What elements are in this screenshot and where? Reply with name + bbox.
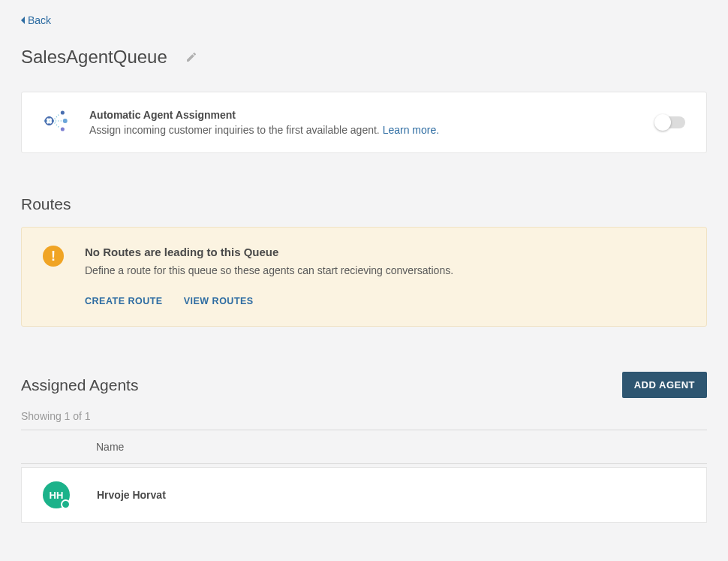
title-row: SalesAgentQueue	[21, 47, 707, 68]
assigned-agents-heading: Assigned Agents	[21, 376, 138, 394]
chevron-left-icon	[21, 17, 25, 24]
auto-assignment-subtitle: Assign incoming customer inquiries to th…	[89, 124, 655, 136]
add-agent-button[interactable]: ADD AGENT	[622, 372, 707, 398]
learn-more-link[interactable]: Learn more.	[383, 124, 439, 136]
page-title: SalesAgentQueue	[21, 47, 167, 68]
edit-icon[interactable]	[185, 51, 197, 63]
view-routes-link[interactable]: VIEW ROUTES	[184, 296, 254, 306]
warning-icon: !	[43, 246, 64, 267]
routes-warning-title: No Routes are leading to this Queue	[85, 246, 453, 258]
avatar: HH	[43, 481, 70, 508]
auto-assignment-icon	[43, 110, 68, 135]
agent-name: Hrvoje Horvat	[97, 489, 166, 501]
back-link[interactable]: Back	[21, 14, 51, 26]
svg-point-0	[61, 110, 65, 114]
svg-rect-4	[45, 119, 47, 122]
svg-rect-7	[48, 123, 50, 125]
showing-count: Showing 1 of 1	[21, 410, 707, 422]
svg-rect-6	[48, 116, 50, 119]
table-row[interactable]: HH Hrvoje Horvat	[21, 467, 707, 523]
auto-assignment-toggle[interactable]	[655, 116, 685, 128]
create-route-link[interactable]: CREATE ROUTE	[85, 296, 163, 306]
svg-rect-5	[52, 119, 54, 122]
svg-point-2	[61, 128, 65, 131]
routes-heading: Routes	[21, 195, 707, 213]
back-label: Back	[28, 14, 51, 26]
auto-assignment-card: Automatic Agent Assignment Assign incomi…	[21, 92, 707, 153]
svg-point-1	[63, 119, 68, 123]
auto-assignment-title: Automatic Agent Assignment	[89, 109, 655, 121]
routes-warning-subtitle: Define a route for this queue so these a…	[85, 264, 453, 276]
agents-column-name: Name	[21, 430, 707, 464]
routes-warning: ! No Routes are leading to this Queue De…	[21, 227, 707, 327]
